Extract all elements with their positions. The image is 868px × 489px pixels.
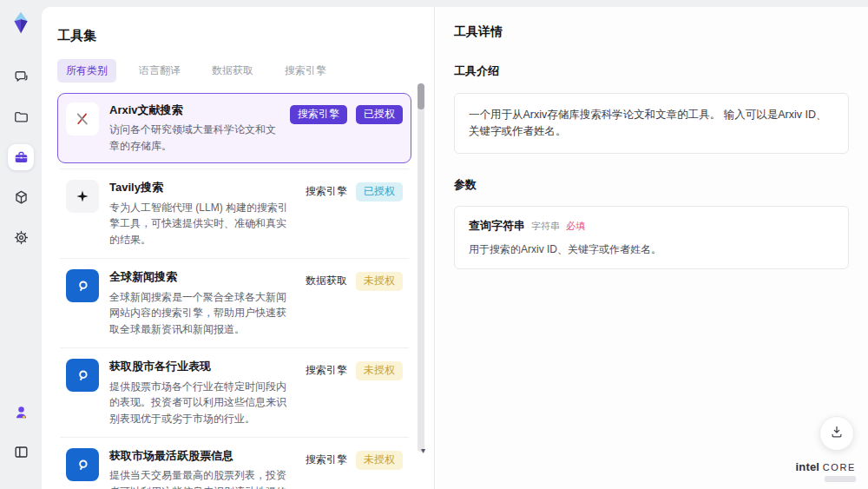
tab-translation[interactable]: 语言翻译	[130, 59, 189, 83]
tool-description: 访问各个研究领域大量科学论文和文章的存储库。	[109, 122, 279, 154]
tool-title: 全球新闻搜索	[109, 269, 295, 285]
parameter-card: 查询字符串 字符串 必填 用于搜索的Arxiv ID、关键字或作者姓名。	[454, 206, 849, 269]
download-button[interactable]	[819, 416, 854, 451]
tool-card-tavily[interactable]: Tavily搜索 专为人工智能代理 (LLM) 构建的搜索引擎工具，可快速提供实…	[57, 170, 411, 257]
sidebar-item-account[interactable]	[8, 399, 34, 425]
tool-description: 全球新闻搜索是一个聚合全球各大新闻网站内容的搜索引擎，帮助用户快速获取全球最新资…	[109, 289, 295, 338]
tool-title: 获取股市各行业表现	[109, 359, 295, 374]
category-badge: 搜索引擎	[306, 451, 347, 470]
tool-card-sector-performance[interactable]: 获取股市各行业表现 提供股票市场各个行业在特定时间段内的表现。投资者可以利用这些…	[57, 349, 411, 436]
tool-title: 获取市场最活跃股票信息	[109, 448, 295, 464]
sidebar-item-models[interactable]	[8, 184, 34, 210]
auth-status-badge: 已授权	[356, 182, 403, 202]
tool-list: Arxiv文献搜索 访问各个研究领域大量科学论文和文章的存储库。 搜索引擎 已授…	[57, 93, 411, 489]
user-avatar-icon	[13, 404, 30, 420]
tool-intro-text: 一个用于从Arxiv存储库搜索科学论文和文章的工具。 输入可以是Arxiv ID…	[469, 109, 827, 137]
details-title: 工具详情	[454, 24, 849, 40]
news-search-icon	[66, 359, 99, 392]
params-heading: 参数	[454, 177, 849, 193]
sidebar-item-chat[interactable]	[8, 64, 34, 90]
download-icon	[829, 424, 845, 443]
sidebar-item-files[interactable]	[8, 104, 34, 130]
category-badge: 搜索引擎	[306, 361, 347, 380]
category-badge: 搜索引擎	[306, 182, 347, 202]
category-badge: 搜索引擎	[290, 105, 347, 124]
folder-icon	[13, 109, 30, 126]
param-required-flag: 必填	[566, 220, 585, 233]
auth-status-badge: 未授权	[356, 272, 403, 291]
intro-heading: 工具介绍	[454, 63, 849, 79]
param-description: 用于搜索的Arxiv ID、关键字或作者姓名。	[469, 242, 834, 257]
list-divider	[60, 169, 409, 169]
auth-status-badge: 已授权	[356, 105, 403, 124]
scrollbar-track[interactable]	[418, 83, 424, 452]
toolset-panel: 工具集 所有类别 语言翻译 数据获取 搜索引擎 Arxiv文献搜索 访问各个研究…	[42, 7, 434, 489]
tab-data-fetch[interactable]: 数据获取	[203, 59, 262, 83]
list-divider	[60, 437, 409, 438]
panel-toggle-icon	[13, 444, 30, 460]
auth-status-badge: 未授权	[356, 451, 403, 470]
sidebar-item-settings[interactable]	[8, 224, 34, 250]
left-sidebar	[0, 0, 42, 489]
category-tabs: 所有类别 语言翻译 数据获取 搜索引擎	[57, 59, 411, 83]
sidebar-item-collapse[interactable]	[8, 439, 34, 465]
toolbox-briefcase-icon	[13, 149, 30, 166]
param-type: 字符串	[531, 220, 560, 233]
page-title: 工具集	[57, 28, 411, 44]
intel-core-logo: intel CORE	[795, 460, 856, 482]
main-content: 工具集 所有类别 语言翻译 数据获取 搜索引擎 Arxiv文献搜索 访问各个研究…	[42, 7, 868, 489]
tool-intro-box: 一个用于从Arxiv存储库搜索科学论文和文章的工具。 输入可以是Arxiv ID…	[454, 93, 849, 154]
category-badge: 数据获取	[306, 272, 347, 291]
tool-details-panel: 工具详情 工具介绍 一个用于从Arxiv存储库搜索科学论文和文章的工具。 输入可…	[434, 7, 868, 489]
tab-search-engine[interactable]: 搜索引擎	[276, 59, 335, 83]
scroll-down-arrow-icon[interactable]: ▾	[421, 446, 425, 455]
auth-status-badge: 未授权	[356, 361, 403, 380]
cube-icon	[13, 189, 30, 206]
tool-card-most-active-stocks[interactable]: 获取市场最活跃股票信息 提供当天交易量最高的股票列表，投资者可以利用这些信息来识…	[57, 439, 411, 489]
param-name: 查询字符串	[469, 218, 525, 234]
tool-description: 提供股票市场各个行业在特定时间段内的表现。投资者可以利用这些信息来识别表现优于或…	[109, 379, 295, 427]
list-divider	[60, 258, 409, 259]
tool-description: 提供当天交易量最高的股票列表，投资者可以利用这些信息来识别流动性强的股票和潜在的…	[109, 467, 295, 489]
scrollbar-thumb[interactable]	[418, 83, 424, 109]
tab-all-categories[interactable]: 所有类别	[57, 59, 116, 83]
settings-gear-icon	[13, 229, 30, 246]
list-divider	[60, 347, 409, 348]
news-search-icon	[66, 448, 99, 481]
brand-intel-text: intel	[795, 460, 819, 473]
tool-title: Arxiv文献搜索	[109, 102, 279, 118]
chat-icon	[13, 69, 30, 86]
tool-card-global-news[interactable]: 全球新闻搜索 全球新闻搜索是一个聚合全球各大新闻网站内容的搜索引擎，帮助用户快速…	[57, 260, 411, 347]
tavily-star-icon	[66, 180, 99, 213]
tool-title: Tavily搜索	[109, 180, 295, 195]
tool-card-arxiv[interactable]: Arxiv文献搜索 访问各个研究领域大量科学论文和文章的存储库。 搜索引擎 已授…	[57, 93, 411, 163]
sidebar-item-toolset[interactable]	[8, 144, 34, 170]
brand-core-text: CORE	[823, 462, 856, 472]
app-gem-logo	[9, 10, 33, 35]
brand-sub-mark	[825, 476, 856, 482]
tool-description: 专为人工智能代理 (LLM) 构建的搜索引擎工具，可快速提供实时、准确和真实的结…	[109, 200, 295, 248]
news-search-icon	[66, 269, 99, 302]
arxiv-logo-icon	[66, 102, 99, 135]
